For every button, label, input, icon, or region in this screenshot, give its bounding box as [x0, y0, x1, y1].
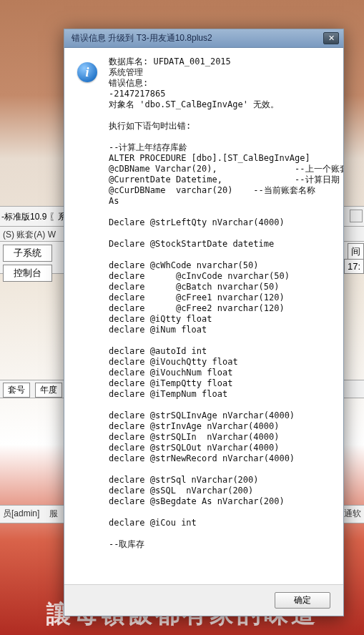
col-console: 控制台 — [3, 265, 52, 282]
tag-acctno[interactable]: 套号 — [3, 383, 30, 398]
col-time-value: 17: — [344, 259, 364, 274]
col-time: 间 — [348, 243, 364, 260]
close-icon: ✕ — [328, 34, 335, 42]
bg-app-title: -标准版10.9 〖系 — [1, 212, 67, 222]
error-message-text: 数据库名: UFDATA_001_2015 系统管理 错误信息: -214721… — [109, 56, 338, 550]
close-button[interactable]: ✕ — [323, 32, 339, 44]
bg-window-control[interactable] — [350, 210, 363, 222]
status-operator: 员[admin] — [3, 508, 39, 518]
dialog-button-bar: 确定 — [64, 584, 343, 616]
dialog-titlebar[interactable]: 错误信息 升级到 T3-用友通10.8plus2 ✕ — [64, 29, 343, 48]
dialog-title: 错误信息 升级到 T3-用友通10.8plus2 — [72, 32, 323, 44]
tag-year[interactable]: 年度 — [35, 383, 62, 398]
info-icon: i — [77, 62, 97, 82]
col-subsystem: 子系统 — [3, 245, 52, 262]
status-service: 服 — [49, 508, 58, 518]
ok-button[interactable]: 确定 — [275, 592, 330, 609]
error-dialog: 错误信息 升级到 T3-用友通10.8plus2 ✕ i 数据库名: UFDAT… — [64, 29, 344, 616]
status-right: 通软 — [344, 508, 361, 520]
dialog-body: i 数据库名: UFDATA_001_2015 系统管理 错误信息: -2147… — [64, 48, 343, 584]
bg-menu-text: (S) 账套(A) W — [3, 230, 56, 240]
